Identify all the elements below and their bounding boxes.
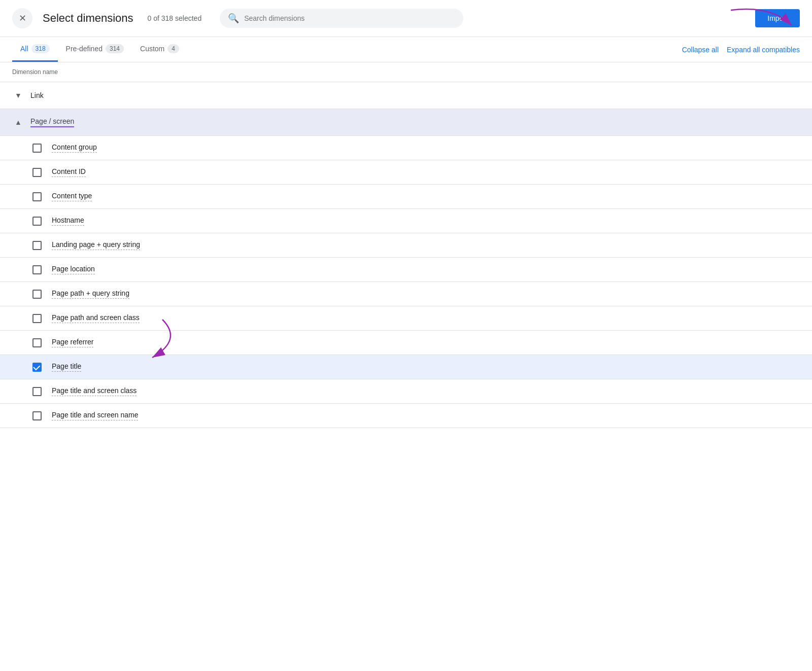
tab-all[interactable]: All 318 (12, 37, 58, 62)
tab-predefined-badge: 314 (106, 44, 124, 53)
list-item[interactable]: Page title and screen class (0, 379, 812, 404)
item-content-group: Content group (52, 143, 97, 153)
search-input[interactable] (244, 14, 455, 22)
item-page-title-screen-class: Page title and screen class (52, 386, 137, 396)
import-button[interactable]: Import (755, 9, 800, 27)
item-content-id: Content ID (52, 167, 86, 177)
list-item[interactable]: Page title (0, 355, 812, 379)
list-item[interactable]: Landing page + query string (0, 233, 812, 258)
list-item[interactable]: Page title and screen name (0, 404, 812, 428)
checkbox-content-id[interactable] (32, 168, 42, 177)
list-item[interactable]: Content type (0, 185, 812, 209)
tab-custom[interactable]: Custom 4 (132, 37, 187, 62)
group-page-screen[interactable]: ▲ Page / screen (0, 109, 812, 136)
tab-all-badge: 318 (31, 44, 50, 53)
checkbox-content-group[interactable] (32, 144, 42, 153)
checkbox-page-location[interactable] (32, 265, 42, 274)
checkbox-page-title[interactable] (32, 363, 42, 372)
page-title: Select dimensions (43, 12, 133, 25)
list-item[interactable]: Page path and screen class (0, 306, 812, 331)
item-page-path-screen: Page path and screen class (52, 313, 140, 323)
table-header: Dimension name (0, 62, 812, 82)
item-hostname: Hostname (52, 216, 84, 226)
list-item[interactable]: Page referrer (0, 331, 812, 355)
close-button[interactable]: ✕ (12, 8, 32, 28)
chevron-down-icon: ▼ (12, 89, 24, 101)
item-page-path-query: Page path + query string (52, 289, 129, 299)
group-link-label: Link (30, 91, 44, 99)
checkbox-page-referrer[interactable] (32, 338, 42, 347)
search-box: 🔍 (220, 9, 463, 28)
tabs-bar: All 318 Pre-defined 314 Custom 4 Collaps… (0, 37, 812, 62)
checkbox-landing-page[interactable] (32, 241, 42, 250)
group-page-screen-label: Page / screen (30, 117, 74, 127)
item-page-title: Page title (52, 362, 81, 372)
item-page-referrer: Page referrer (52, 338, 93, 347)
list-item[interactable]: Page path + query string (0, 282, 812, 306)
list-item[interactable]: Content group (0, 136, 812, 160)
item-page-title-screen-name: Page title and screen name (52, 411, 138, 420)
tab-predefined[interactable]: Pre-defined 314 (58, 37, 132, 62)
checkbox-page-title-screen-class[interactable] (32, 387, 42, 396)
tabs-actions: Collapse all Expand all compatibles (682, 39, 800, 61)
header: ✕ Select dimensions 0 of 318 selected 🔍 … (0, 0, 812, 37)
list-item[interactable]: Hostname (0, 209, 812, 233)
item-page-location: Page location (52, 265, 95, 274)
search-icon: 🔍 (228, 13, 239, 24)
checkbox-page-title-screen-name[interactable] (32, 411, 42, 420)
expand-all-button[interactable]: Expand all compatibles (727, 39, 800, 61)
checkbox-content-type[interactable] (32, 192, 42, 201)
checkbox-page-path-query[interactable] (32, 290, 42, 299)
checkbox-page-path-screen[interactable] (32, 314, 42, 323)
checkbox-hostname[interactable] (32, 217, 42, 226)
item-landing-page: Landing page + query string (52, 240, 140, 250)
group-link[interactable]: ▼ Link (0, 82, 812, 109)
item-content-type: Content type (52, 192, 92, 201)
selection-count: 0 of 318 selected (148, 14, 202, 22)
chevron-up-icon: ▲ (12, 116, 24, 128)
list-item[interactable]: Content ID (0, 160, 812, 185)
tab-custom-badge: 4 (167, 44, 179, 53)
list-item[interactable]: Page location (0, 258, 812, 282)
collapse-all-button[interactable]: Collapse all (682, 39, 719, 61)
